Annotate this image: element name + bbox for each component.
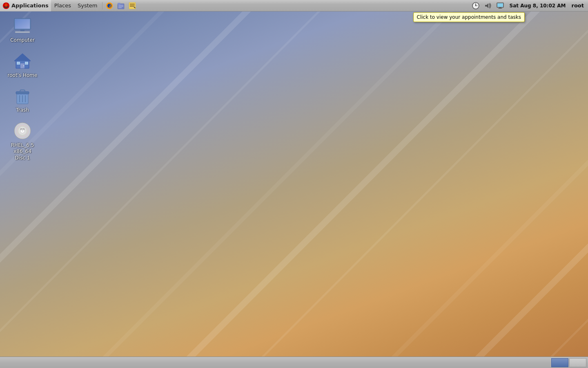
appointments-tooltip: Click to view your appointments and task…	[413, 12, 525, 22]
svg-rect-28	[498, 8, 502, 9]
computer-icon[interactable]: Computer	[4, 14, 41, 45]
svg-rect-27	[499, 7, 501, 8]
redhat-icon	[2, 2, 10, 9]
svg-point-23	[475, 5, 476, 6]
volume-applet[interactable]	[483, 0, 493, 11]
top-panel: Applications Places System	[0, 0, 588, 11]
trash-svg	[13, 86, 32, 105]
home-icon[interactable]: root's Home	[4, 49, 41, 81]
svg-rect-32	[15, 19, 30, 29]
filemanager-launcher[interactable]	[116, 1, 126, 11]
svg-rect-10	[118, 6, 123, 7]
computer-svg	[13, 16, 32, 36]
clock-display[interactable]: Sat Aug 8, 10:02 AM	[507, 3, 568, 9]
svg-rect-26	[497, 3, 503, 7]
applications-label: Applications	[11, 2, 49, 9]
applications-menu[interactable]: Applications	[0, 0, 51, 11]
workspace-1-button[interactable]	[551, 358, 568, 367]
svg-rect-8	[118, 3, 120, 4]
dvd-svg: DVD	[13, 121, 32, 141]
display-icon	[497, 2, 504, 9]
places-label: Places	[54, 2, 71, 9]
dvd-label-line1: RHEL_6.5 x86_64	[6, 142, 39, 155]
user-display: root	[570, 2, 586, 9]
home-icon-image	[13, 51, 32, 71]
clock-icon	[472, 2, 479, 9]
trash-label: Trash	[16, 107, 29, 114]
workspace-switcher	[551, 358, 586, 367]
desktop-icons-container: Computer root's Home	[4, 14, 41, 163]
system-menu[interactable]: System	[74, 0, 100, 11]
firefox-launcher[interactable]	[105, 1, 114, 11]
tooltip-text: Click to view your appointments and task…	[417, 14, 521, 20]
filemanager-icon	[117, 2, 125, 10]
svg-rect-15	[130, 5, 135, 6]
panel-right: Sat Aug 8, 10:02 AM root	[470, 0, 588, 11]
svg-rect-9	[118, 5, 123, 6]
svg-rect-12	[129, 2, 136, 9]
texteditor-launcher[interactable]	[127, 1, 137, 11]
user-text: root	[572, 2, 584, 9]
panel-separator-1	[102, 2, 102, 9]
system-label: System	[78, 2, 97, 9]
firefox-icon	[105, 2, 114, 10]
display-applet[interactable]	[495, 0, 506, 11]
volume-icon	[484, 2, 492, 9]
dvd-icon-image: DVD	[13, 121, 32, 141]
clock-calendar-applet[interactable]	[470, 0, 481, 11]
dvd-icon[interactable]: DVD RHEL_6.5 x86_64 Disc 1	[4, 119, 41, 163]
trash-icon[interactable]: Trash	[4, 84, 41, 115]
svg-rect-16	[130, 6, 133, 7]
home-svg	[13, 51, 32, 71]
bottom-panel	[0, 357, 588, 368]
computer-icon-image	[13, 16, 32, 36]
computer-label: Computer	[10, 37, 35, 44]
svg-point-3	[5, 3, 7, 6]
texteditor-icon	[128, 2, 136, 10]
clock-text: Sat Aug 8, 10:02 AM	[510, 3, 566, 9]
svg-rect-35	[15, 31, 30, 33]
places-menu[interactable]: Places	[51, 0, 74, 11]
svg-rect-14	[130, 4, 135, 4]
svg-rect-33	[20, 29, 24, 31]
svg-point-41	[23, 65, 24, 66]
svg-rect-52	[20, 90, 25, 92]
svg-text:DVD: DVD	[20, 128, 25, 130]
svg-marker-39	[14, 54, 31, 61]
home-label: root's Home	[8, 72, 38, 79]
trash-icon-image	[13, 86, 32, 105]
dvd-label-line2: Disc 1	[15, 155, 30, 162]
desktop-background	[0, 0, 588, 368]
svg-rect-11	[118, 7, 122, 8]
panel-left: Applications Places System	[0, 0, 470, 11]
workspace-2-button[interactable]	[569, 358, 586, 367]
svg-marker-24	[485, 3, 488, 8]
